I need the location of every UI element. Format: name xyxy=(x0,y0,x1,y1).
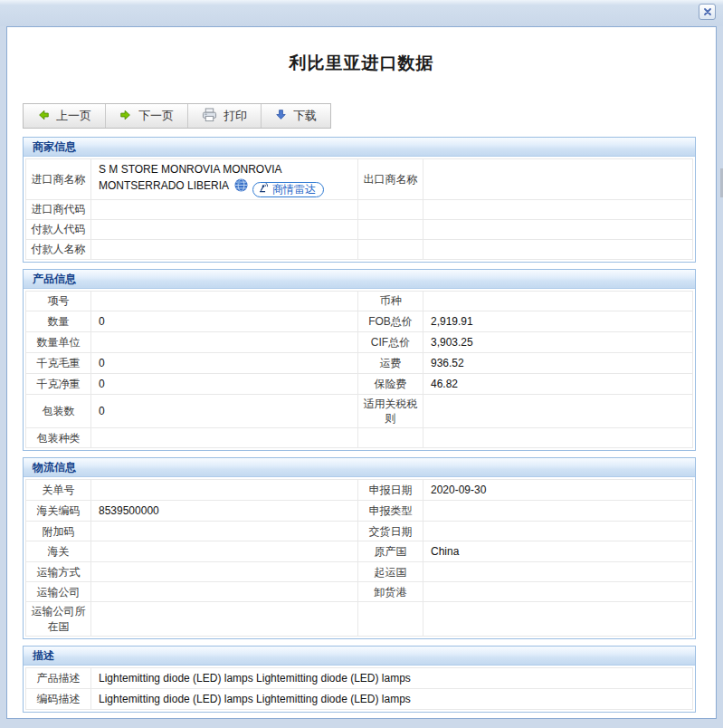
field-label: 保险费 xyxy=(358,374,423,395)
field-label: 包装数 xyxy=(26,395,91,428)
pager-toolbar: 上一页 下一页 打印 xyxy=(23,103,331,129)
field-value xyxy=(423,428,693,448)
background-page-fragments xyxy=(0,722,723,724)
field-value xyxy=(91,522,358,541)
field-value xyxy=(91,292,358,311)
green-arrow-right-icon xyxy=(119,109,132,124)
table-row: 运输公司所在国 xyxy=(26,602,693,636)
section-merchant-info: 商家信息 进口商名称 S M STORE MONROVIA MONROVIA M… xyxy=(23,137,696,263)
field-label: FOB总价 xyxy=(358,311,423,332)
field-label: 项号 xyxy=(26,292,91,311)
download-button[interactable]: 下载 xyxy=(262,104,330,128)
globe-icon[interactable] xyxy=(234,182,248,195)
table-row: 数量 0 FOB总价 2,919.91 xyxy=(26,311,693,332)
section-description-title: 描述 xyxy=(24,647,695,666)
field-label: 产品描述 xyxy=(26,667,91,688)
field-value: 46.82 xyxy=(423,374,693,395)
next-page-label: 下一页 xyxy=(138,108,174,124)
field-value: 3,903.25 xyxy=(423,332,693,353)
section-merchant-title: 商家信息 xyxy=(24,138,695,157)
table-row: 产品描述 Lightemitting diode (LED) lamps Lig… xyxy=(26,667,693,688)
field-label: 海关编码 xyxy=(26,501,91,522)
field-value xyxy=(423,220,693,240)
field-value: Lightemitting diode (LED) lamps Lightemi… xyxy=(91,667,693,688)
field-value xyxy=(423,602,693,636)
field-label: 出口商名称 xyxy=(358,159,423,200)
field-label: 千克净重 xyxy=(26,374,91,395)
field-value xyxy=(423,562,693,582)
field-value: China xyxy=(423,541,693,562)
field-label: 编码描述 xyxy=(26,688,91,709)
field-label: 运输公司 xyxy=(26,582,91,602)
table-row: 千克净重 0 保险费 46.82 xyxy=(26,374,693,395)
field-value xyxy=(91,480,358,501)
field-label: CIF总价 xyxy=(358,332,423,353)
field-label: 运费 xyxy=(358,353,423,374)
section-logistics-title: 物流信息 xyxy=(24,458,695,477)
blue-arrow-down-icon xyxy=(275,109,287,123)
table-row: 附加码 交货日期 xyxy=(26,522,693,541)
field-value xyxy=(423,582,693,602)
field-value xyxy=(423,395,693,428)
field-label: 交货日期 xyxy=(358,522,423,541)
field-value xyxy=(91,200,358,220)
table-row: 千克毛重 0 运费 936.52 xyxy=(26,353,693,374)
field-label: 卸货港 xyxy=(358,582,423,602)
field-label: 海关 xyxy=(26,541,91,562)
field-value: 0 xyxy=(91,395,358,428)
background-page-strip xyxy=(0,719,723,728)
field-label: 运输方式 xyxy=(26,562,91,582)
field-value xyxy=(91,541,358,562)
field-label: 数量单位 xyxy=(26,332,91,353)
table-row: 包装种类 xyxy=(26,428,693,448)
table-row: 数量单位 CIF总价 3,903.25 xyxy=(26,332,693,353)
description-table: 产品描述 Lightemitting diode (LED) lamps Lig… xyxy=(25,667,693,710)
field-label: 付款人代码 xyxy=(26,220,91,240)
field-value xyxy=(91,220,358,240)
field-label: 付款人名称 xyxy=(26,240,91,260)
next-page-button[interactable]: 下一页 xyxy=(106,104,188,128)
field-value: 2,919.91 xyxy=(423,311,693,332)
section-product-title: 产品信息 xyxy=(24,270,695,289)
field-label: 运输公司所在国 xyxy=(26,602,91,636)
print-label: 打印 xyxy=(224,108,247,124)
field-value xyxy=(423,159,693,200)
table-row: 编码描述 Lightemitting diode (LED) lamps Lig… xyxy=(26,688,693,709)
field-value xyxy=(91,240,358,260)
print-button[interactable]: 打印 xyxy=(188,104,262,128)
field-value xyxy=(91,428,358,448)
table-row: 运输公司 卸货港 xyxy=(26,582,693,602)
table-row: 付款人代码 xyxy=(26,220,693,240)
field-label xyxy=(358,220,423,240)
field-value: 0 xyxy=(91,311,358,332)
radar-label: 商情雷达 xyxy=(272,181,316,197)
section-logistics-info: 物流信息 关单号 申报日期 2020-09-30 海关编码 8539500000… xyxy=(23,457,696,638)
field-value: 2020-09-30 xyxy=(423,480,693,501)
table-row: 进口商代码 xyxy=(26,200,693,220)
field-value xyxy=(91,562,358,582)
field-value xyxy=(423,292,693,311)
green-arrow-left-icon xyxy=(37,109,50,124)
field-label xyxy=(358,602,423,636)
table-row: 海关编码 8539500000 申报类型 xyxy=(26,501,693,522)
table-row: 项号 币种 xyxy=(26,292,693,311)
product-table: 项号 币种 数量 0 FOB总价 2,919.91 数量单位 CI xyxy=(25,291,693,448)
field-label: 适用关税税则 xyxy=(358,395,423,428)
field-label xyxy=(358,240,423,260)
field-label: 起运国 xyxy=(358,562,423,582)
field-label: 申报日期 xyxy=(358,480,423,501)
field-value xyxy=(423,522,693,541)
table-row: 海关 原产国 China xyxy=(26,541,693,562)
download-label: 下载 xyxy=(293,108,317,124)
page-title: 利比里亚进口数据 xyxy=(7,53,716,73)
close-button[interactable] xyxy=(699,4,716,20)
table-row: 关单号 申报日期 2020-09-30 xyxy=(26,480,693,501)
close-icon xyxy=(703,4,712,20)
section-description: 描述 产品描述 Lightemitting diode (LED) lamps … xyxy=(23,646,696,713)
merchant-table: 进口商名称 S M STORE MONROVIA MONROVIA MONTSE… xyxy=(25,158,693,260)
prev-page-button[interactable]: 上一页 xyxy=(24,104,106,128)
field-label: 关单号 xyxy=(26,480,91,501)
table-row: 包装数 0 适用关税税则 xyxy=(26,395,693,428)
field-value xyxy=(91,602,358,636)
business-radar-badge[interactable]: 商情雷达 xyxy=(252,182,324,197)
